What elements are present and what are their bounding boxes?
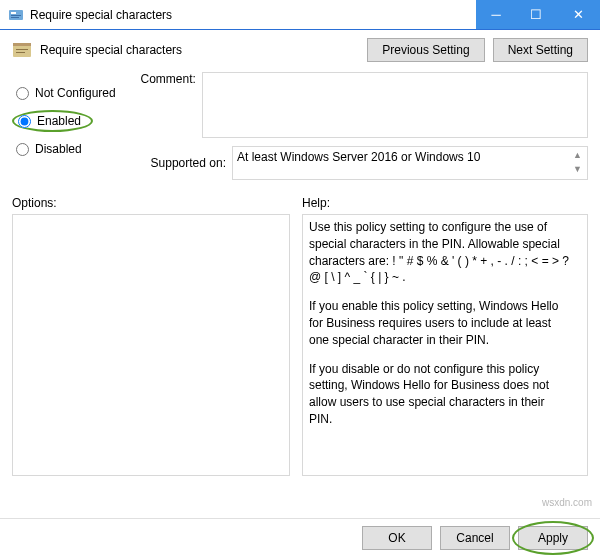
radio-enabled[interactable]: Enabled	[16, 112, 134, 130]
help-paragraph: If you enable this policy setting, Windo…	[309, 298, 571, 348]
comment-label: Comment:	[140, 72, 196, 86]
radio-disabled-label: Disabled	[35, 142, 82, 156]
svg-rect-6	[16, 49, 28, 50]
radio-not-configured[interactable]: Not Configured	[16, 86, 134, 100]
watermark-text: wsxdn.com	[542, 497, 592, 508]
policy-icon	[12, 41, 32, 59]
help-paragraph: If you disable or do not configure this …	[309, 361, 571, 428]
apply-button[interactable]: Apply	[518, 526, 588, 550]
options-label: Options:	[12, 196, 290, 210]
cancel-button[interactable]: Cancel	[440, 526, 510, 550]
help-label: Help:	[302, 196, 588, 210]
minimize-button[interactable]: ─	[476, 0, 516, 29]
chevron-down-icon: ▼	[572, 164, 584, 176]
supported-on-label: Supported on:	[140, 156, 226, 170]
svg-rect-2	[11, 15, 21, 16]
window-title: Require special characters	[30, 8, 476, 22]
svg-rect-1	[11, 12, 16, 14]
maximize-button[interactable]: ☐	[516, 0, 556, 29]
radio-disabled[interactable]: Disabled	[16, 142, 134, 156]
options-box	[12, 214, 290, 476]
comment-input[interactable]	[202, 72, 588, 138]
help-box: Use this policy setting to configure the…	[302, 214, 588, 476]
radio-not-configured-input[interactable]	[16, 87, 29, 100]
policy-title: Require special characters	[40, 43, 359, 57]
svg-rect-7	[16, 52, 25, 53]
window-titlebar: Require special characters ─ ☐ ✕	[0, 0, 600, 30]
radio-disabled-input[interactable]	[16, 143, 29, 156]
chevron-up-icon: ▲	[572, 150, 584, 162]
svg-rect-3	[11, 17, 19, 18]
ok-button[interactable]: OK	[362, 526, 432, 550]
radio-not-configured-label: Not Configured	[35, 86, 116, 100]
svg-rect-5	[13, 43, 31, 46]
close-button[interactable]: ✕	[556, 0, 600, 29]
previous-setting-button[interactable]: Previous Setting	[367, 38, 484, 62]
maximize-icon: ☐	[530, 7, 542, 22]
help-paragraph: Use this policy setting to configure the…	[309, 219, 571, 286]
next-setting-button[interactable]: Next Setting	[493, 38, 588, 62]
radio-enabled-input[interactable]	[18, 115, 31, 128]
minimize-icon: ─	[491, 7, 500, 22]
close-icon: ✕	[573, 7, 584, 22]
supported-on-value: ▲▼ At least Windows Server 2016 or Windo…	[232, 146, 588, 180]
radio-enabled-label: Enabled	[37, 114, 81, 128]
policy-app-icon	[8, 7, 24, 23]
